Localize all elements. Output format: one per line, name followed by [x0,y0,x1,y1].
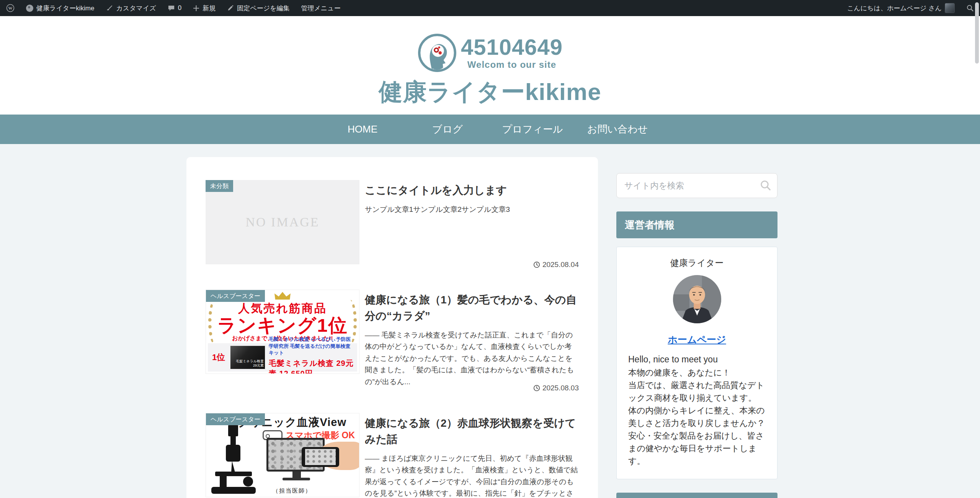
admin-bar-site-link[interactable]: 健康ライターkikime [26,4,94,13]
homepage-link[interactable]: ホームページ [668,334,726,345]
logo-number: 45104649 [461,36,563,59]
post-excerpt: —— 毛髪ミネラル検査を受けてみた話正直、これまで「自分の体の中がどうなっている… [365,329,579,388]
admin-bar-search-icon[interactable] [966,4,974,12]
logo-text: 45104649 Welcom to our site [461,36,563,70]
search-icon[interactable] [760,180,771,191]
category-badge[interactable]: ヘルスブースター [206,413,265,425]
homepage-link-wrap: ホームページ [628,333,766,346]
main-nav: HOME ブログ プロフィール お問い合わせ [0,115,980,144]
hand-graphic [318,442,359,470]
microscope-icon [208,424,266,495]
admin-bar-new[interactable]: 新規 [193,4,216,13]
clock-icon [533,385,540,392]
post-excerpt: —— まほろば東京クリニックにて先日、初めて『赤血球形状観察』という検査を受けま… [365,453,579,498]
nav-item-blog[interactable]: ブログ [405,123,490,136]
post-thumbnail-ranking[interactable]: ヘルスブースター 人気売れ筋商品 ランキング1位 おかげさまで、1位をいただきま… [206,290,359,374]
logo-tagline: Welcom to our site [461,59,563,70]
svg-text:W: W [8,6,13,10]
admin-greeting: こんにちは、ホームページ さん [847,4,942,13]
post-thumbnail-blood-view[interactable]: ヘルスブースター クリニック血液View スマホで撮影 OK [206,413,359,497]
category-badge[interactable]: 未分類 [206,180,233,192]
post-date: 2025.08.03 [533,384,579,392]
comment-bubble-icon [168,5,175,12]
admin-bar-site-name: 健康ライターkikime [36,4,94,13]
product-price: 毛髪ミネラル検査 29元素 12,650円 [269,358,354,374]
admin-bar-comments[interactable]: 0 [168,4,181,12]
clock-icon [533,261,540,268]
sidebar: 運営者情報 健康ライター ホームページ Hello, nice to meet … [616,173,777,498]
admin-bar-left: W 健康ライターkikime カスタマイズ 0 新規 固定ページを編集 管理メニ… [6,4,341,13]
no-image-label: NO IMAGE [206,215,359,229]
category-badge[interactable]: ヘルスブースター [206,290,265,302]
site-title[interactable]: 健康ライターkikime [379,76,601,108]
search-input[interactable] [616,173,777,198]
site-header: 45104649 Welcom to our site 健康ライターkikime [0,16,980,115]
profile-avatar [673,275,721,323]
rank-label: 1位 [211,352,227,363]
post-thumbnail-no-image[interactable]: 未分類 NO IMAGE [206,180,359,264]
nav-item-profile[interactable]: プロフィール [490,123,575,136]
post-list-card: 未分類 NO IMAGE ここにタイトルを入力します サンプル文章1サンプル文章… [186,157,598,498]
site-logo[interactable]: 45104649 Welcom to our site [417,33,563,73]
post-date: 2025.08.04 [533,260,579,269]
admin-bar-edit-page[interactable]: 固定ページを編集 [227,4,289,13]
post-title[interactable]: 健康になる旅（2）赤血球形状観察を受けてみた話 [365,415,579,447]
crown-icon [274,291,291,301]
pencil-icon [227,5,234,11]
logo-head-icon [417,33,457,73]
site-favicon-icon [26,5,33,12]
nav-item-home[interactable]: HOME [320,123,405,135]
admin-bar-right: こんにちは、ホームページ さん [847,3,974,13]
ranking-product-strip: 1位 毛髪ミネラル検査 29元素 毛髪ミネラル検査 らべるびぃ予防医学研究所 毛… [208,343,357,372]
smartphone-graphic [302,447,339,467]
search-icon [966,4,974,12]
profile-card: 健康ライター ホームページ Hello, nice to meet you 本物… [616,247,777,479]
product-link-text: 毛髪ミネラル検査 らべるびぃ予防医学研究所 毛髪を送るだけの簡単検査キット [269,336,354,356]
comments-count: 0 [178,4,181,12]
post-entry[interactable]: 未分類 NO IMAGE ここにタイトルを入力します サンプル文章1サンプル文章… [206,180,579,264]
brush-icon [106,5,113,12]
owner-info-heading: 運営者情報 [616,211,777,238]
post-excerpt: サンプル文章1サンプル文章2サンプル文章3 [365,204,579,215]
post-entry[interactable]: ヘルスブースター 人気売れ筋商品 ランキング1位 おかげさまで、1位をいただきま… [206,290,579,388]
site-search [616,173,777,198]
wordpress-logo-icon[interactable]: W [6,4,15,12]
news-heading: 新着情報 [616,493,777,498]
doctor-caption: （担当医師） [273,487,312,495]
post-entry[interactable]: ヘルスブースター クリニック血液View スマホで撮影 OK [206,413,579,498]
profile-greeting: Hello, nice to meet you [628,354,766,365]
post-title[interactable]: ここにタイトルを入力します [365,182,579,198]
post-title[interactable]: 健康になる旅（1）髪の毛でわかる、今の自分の“カラダ” [365,292,579,324]
admin-bar-account[interactable]: こんにちは、ホームページ さん [847,3,955,13]
admin-bar-admin-menu[interactable]: 管理メニュー [301,4,340,13]
scrollbar-thumb[interactable] [975,2,979,64]
nav-item-contact[interactable]: お問い合わせ [575,123,660,136]
admin-bar: W 健康ライターkikime カスタマイズ 0 新規 固定ページを編集 管理メニ… [0,0,980,16]
plus-icon [193,5,199,11]
product-photo: 毛髪ミネラル検査 29元素 [230,346,265,369]
profile-role: 健康ライター [628,257,766,269]
admin-avatar [945,3,955,13]
admin-bar-customize[interactable]: カスタマイズ [106,4,156,13]
profile-description: 本物の健康を、あなたに！ 当店では、厳選された高品質なデトックス商材を取り揃えて… [628,366,766,467]
